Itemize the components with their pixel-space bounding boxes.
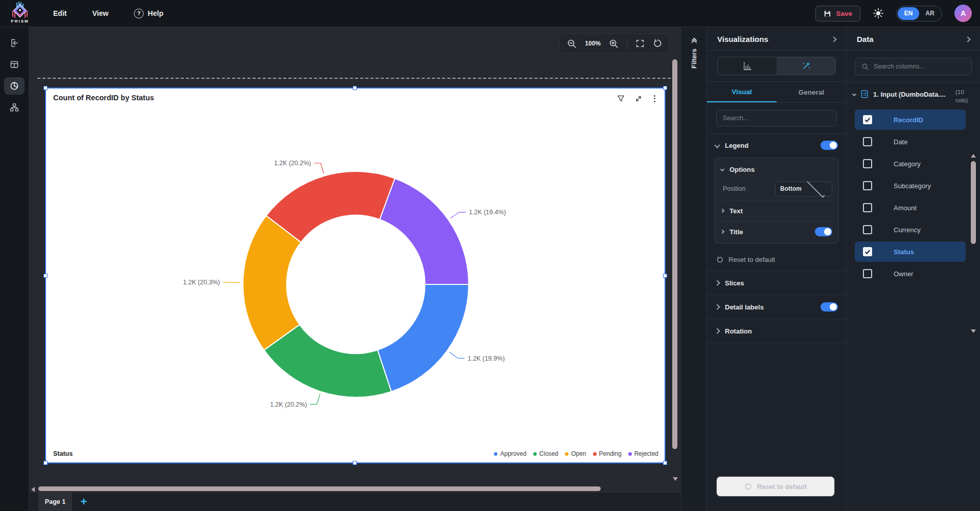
column-list: RecordIDDateCategorySubcategoryAmountCur… (847, 108, 980, 299)
tab-general[interactable]: General (777, 82, 846, 102)
slice-rejected[interactable] (380, 179, 469, 284)
scroll-left-arrow[interactable] (31, 487, 35, 492)
tab-visual[interactable]: Visual (707, 82, 777, 102)
legend-item-closed[interactable]: Closed (533, 450, 558, 457)
vertical-scrollbar[interactable] (672, 56, 678, 482)
scroll-up-arrow[interactable] (971, 154, 976, 158)
checkbox-recordid[interactable] (863, 115, 872, 124)
handle-bottom-right[interactable] (663, 461, 667, 465)
chevron-down-icon (852, 92, 856, 96)
title-toggle[interactable] (815, 227, 832, 236)
chart-widget[interactable]: 1.2K (19.4%)1.2K (19.9%)1.2K (20.2%)1.2K… (45, 87, 666, 463)
page-tab-1[interactable]: Page 1 (38, 493, 72, 511)
horizontal-scrollbar[interactable] (31, 486, 668, 492)
zoom-in-icon[interactable] (609, 39, 619, 49)
viz-search-input[interactable]: Search... (716, 110, 837, 126)
section-slices[interactable]: Slices (707, 271, 846, 295)
legend-item-rejected[interactable]: Rejected (628, 450, 658, 457)
add-page-button[interactable]: + (72, 493, 96, 511)
column-row-currency[interactable]: Currency (855, 219, 966, 240)
menu-view[interactable]: View (92, 9, 108, 17)
horizontal-scrollbar-thumb[interactable] (38, 486, 601, 491)
chevron-down-icon (714, 142, 720, 148)
theme-sun-icon[interactable] (873, 8, 884, 19)
build-visual-tab[interactable] (718, 57, 777, 75)
filters-strip[interactable]: Filters (681, 27, 707, 511)
language-toggle[interactable]: EN AR (896, 6, 942, 21)
detail-labels-toggle[interactable] (821, 302, 838, 312)
section-legend[interactable]: Legend (707, 134, 846, 157)
handle-mid-right[interactable] (663, 274, 667, 278)
sidebar-item-exit[interactable] (4, 34, 25, 52)
slice-approved[interactable] (377, 284, 468, 391)
column-row-subcategory[interactable]: Subcategory (855, 175, 966, 196)
prism-logo-icon (11, 2, 29, 20)
zoom-out-icon[interactable] (567, 39, 577, 49)
collapse-panel-icon[interactable] (965, 36, 970, 42)
legend-item-open[interactable]: Open (565, 450, 586, 457)
expand-filters-icon[interactable] (691, 36, 698, 43)
collapse-panel-icon[interactable] (831, 36, 836, 42)
sidebar-item-layout[interactable] (4, 56, 25, 73)
chart-actions (617, 94, 657, 103)
column-row-amount[interactable]: Amount (855, 197, 966, 218)
filter-icon[interactable] (617, 94, 625, 103)
legend-item-pending[interactable]: Pending (593, 450, 622, 457)
lang-ar[interactable]: AR (919, 7, 941, 20)
sidebar-item-pie-chart[interactable] (4, 77, 25, 95)
handle-top-left[interactable] (43, 86, 48, 90)
handle-top-center[interactable] (353, 86, 357, 90)
column-row-category[interactable]: Category (855, 153, 966, 174)
section-detail-labels[interactable]: Detail labels (707, 295, 846, 319)
column-row-recordid[interactable]: RecordID (855, 109, 966, 130)
checkbox-owner[interactable] (863, 269, 872, 278)
section-rotation[interactable]: Rotation (707, 319, 846, 343)
dataset-tree-item[interactable]: 1. Input (DumboData.... (10 cols) (847, 83, 980, 108)
checkbox-currency[interactable] (863, 225, 872, 234)
handle-mid-left[interactable] (43, 274, 48, 278)
checkbox-category[interactable] (863, 159, 872, 168)
left-sidebar (0, 27, 29, 511)
checkbox-status[interactable] (863, 247, 872, 256)
fullscreen-icon[interactable] (635, 39, 645, 48)
position-dropdown[interactable]: Bottom ri... (775, 182, 832, 196)
section-title[interactable]: Title (721, 223, 832, 241)
reset-to-default-link[interactable]: Reset to default (707, 250, 846, 271)
sidebar-item-sitemap[interactable] (4, 99, 25, 116)
column-row-status[interactable]: Status (855, 241, 966, 262)
checkbox-amount[interactable] (863, 203, 872, 212)
donut-chart-svg: 1.2K (19.4%)1.2K (19.9%)1.2K (20.2%)1.2K… (46, 88, 665, 462)
avatar[interactable]: A (954, 5, 972, 22)
logo-text: PRISM (11, 19, 29, 24)
checkbox-date[interactable] (863, 137, 872, 146)
slice-detail-label: 1.2K (20.2%) (270, 401, 307, 408)
legend-item-approved[interactable]: Approved (494, 450, 526, 457)
data-scrollbar-thumb[interactable] (971, 161, 976, 244)
menu-help[interactable]: ? Help (134, 9, 163, 18)
scroll-down-arrow[interactable] (673, 477, 678, 481)
legend-toggle[interactable] (821, 141, 838, 150)
chevron-down-icon (720, 167, 724, 171)
more-options-icon[interactable] (652, 95, 657, 103)
format-visual-tab[interactable] (777, 57, 835, 75)
lang-en[interactable]: EN (898, 7, 919, 20)
vertical-scrollbar-thumb[interactable] (672, 59, 677, 449)
section-options[interactable]: Options (721, 160, 832, 179)
section-text[interactable]: Text (721, 202, 832, 220)
column-row-date[interactable]: Date (855, 131, 966, 152)
data-panel-scrollbar[interactable] (971, 154, 976, 333)
viz-mode-toggle (717, 57, 836, 75)
scroll-down-arrow[interactable] (971, 329, 976, 333)
chevron-down-icon (807, 180, 825, 197)
reset-view-icon[interactable] (653, 39, 662, 48)
expand-icon[interactable] (634, 95, 643, 103)
handle-top-right[interactable] (663, 86, 667, 90)
column-row-owner[interactable]: Owner (855, 263, 966, 284)
reset-to-default-button[interactable]: Reset to default (716, 476, 835, 497)
handle-bottom-center[interactable] (353, 461, 357, 465)
save-button[interactable]: Save (815, 6, 860, 21)
menu-edit[interactable]: Edit (53, 9, 66, 17)
handle-bottom-left[interactable] (43, 461, 48, 465)
checkbox-subcategory[interactable] (863, 181, 872, 190)
data-search-input[interactable]: Search columns... (855, 58, 972, 75)
